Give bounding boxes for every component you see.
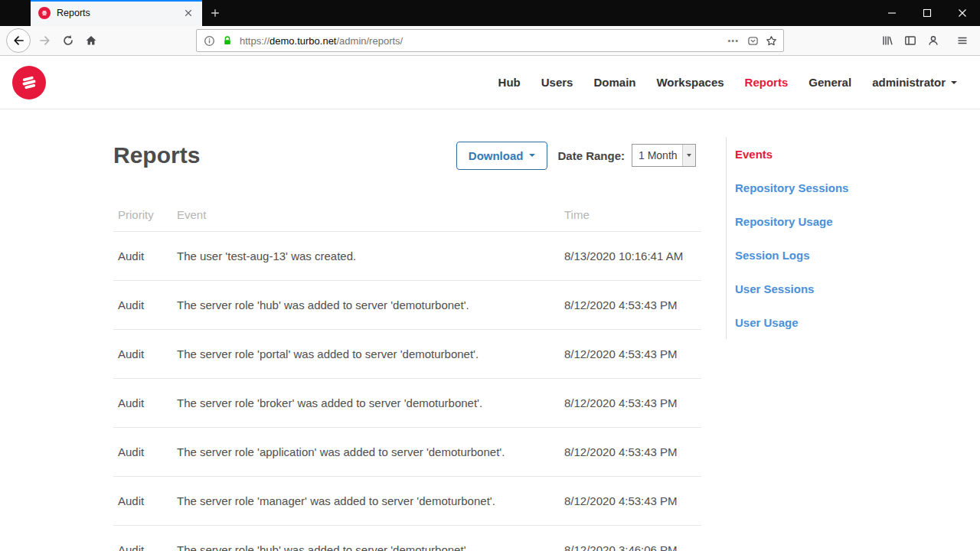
time-cell: 8/13/2020 10:16:41 AM bbox=[560, 249, 701, 262]
maximize-button[interactable] bbox=[910, 0, 945, 26]
page-actions-button[interactable]: ••• bbox=[723, 36, 743, 45]
time-cell: 8/12/2020 3:46:06 PM bbox=[560, 543, 701, 551]
sidebar-item-repository-usage[interactable]: Repository Usage bbox=[727, 204, 925, 238]
main-panel: Reports Download Date Range: 1 Month Pri… bbox=[113, 109, 701, 551]
reports-sidebar: Events Repository Sessions Repository Us… bbox=[726, 137, 925, 339]
library-icon bbox=[881, 34, 893, 47]
nav-item-users[interactable]: Users bbox=[541, 76, 573, 89]
event-cell: The server role 'application' was added … bbox=[172, 445, 560, 458]
table-row: Audit The user 'test-aug-13' was created… bbox=[113, 232, 701, 281]
event-cell: The server role 'hub' was added to serve… bbox=[172, 543, 560, 551]
url-bar[interactable]: https://demo.turbo.net/admin/reports/ ••… bbox=[196, 29, 784, 52]
arrow-right-icon bbox=[39, 34, 51, 47]
bookmark-star-button[interactable] bbox=[762, 31, 780, 50]
turbo-logo-icon bbox=[19, 73, 39, 93]
page-content: Reports Download Date Range: 1 Month Pri… bbox=[0, 109, 980, 551]
sidebar-icon bbox=[904, 34, 916, 47]
close-window-button[interactable] bbox=[945, 0, 980, 26]
content-header: Reports Download Date Range: 1 Month bbox=[113, 140, 701, 171]
priority-cell: Audit bbox=[113, 298, 172, 311]
priority-cell: Audit bbox=[113, 445, 172, 458]
column-header-priority: Priority bbox=[113, 208, 172, 221]
sidebar-item-user-usage[interactable]: User Usage bbox=[727, 305, 925, 339]
turbo-favicon-icon bbox=[38, 7, 51, 19]
url-host: demo.turbo.net bbox=[270, 35, 336, 47]
lock-icon bbox=[222, 35, 233, 46]
event-cell: The server role 'portal' was added to se… bbox=[172, 347, 560, 360]
nav-item-domain[interactable]: Domain bbox=[593, 76, 635, 89]
table-header-row: Priority Event Time bbox=[113, 198, 701, 232]
column-header-time: Time bbox=[560, 208, 701, 221]
window-controls bbox=[874, 0, 980, 26]
url-text: https://demo.turbo.net/admin/reports/ bbox=[240, 35, 403, 47]
event-cell: The server role 'hub' was added to serve… bbox=[172, 298, 560, 311]
minimize-button[interactable] bbox=[874, 0, 910, 26]
sidebar-item-repository-sessions[interactable]: Repository Sessions bbox=[727, 171, 925, 204]
arrow-left-icon bbox=[12, 34, 24, 47]
site-header: Hub Users Domain Workspaces Reports Gene… bbox=[0, 56, 980, 109]
pocket-button[interactable] bbox=[743, 31, 762, 50]
url-scheme: https:// bbox=[240, 35, 270, 47]
time-cell: 8/12/2020 4:53:43 PM bbox=[560, 347, 701, 360]
priority-cell: Audit bbox=[113, 494, 172, 507]
chevron-down-icon bbox=[951, 81, 957, 84]
sidebar-item-session-logs[interactable]: Session Logs bbox=[727, 238, 925, 272]
nav-item-reports[interactable]: Reports bbox=[745, 76, 789, 89]
turbo-logo[interactable] bbox=[12, 66, 46, 99]
chevron-down-icon bbox=[687, 154, 691, 157]
site-nav: Hub Users Domain Workspaces Reports Gene… bbox=[498, 76, 957, 89]
account-icon bbox=[927, 34, 939, 47]
home-icon bbox=[85, 34, 97, 47]
select-arrow bbox=[682, 145, 695, 166]
new-tab-button[interactable] bbox=[202, 0, 228, 26]
back-button[interactable] bbox=[6, 28, 31, 53]
toolbar-right-buttons bbox=[876, 29, 974, 52]
url-path: /admin/reports/ bbox=[336, 35, 403, 47]
account-dropdown[interactable]: administrator bbox=[872, 76, 957, 89]
event-cell: The user 'test-aug-13' was created. bbox=[172, 249, 560, 262]
page-info-button[interactable] bbox=[200, 31, 218, 50]
download-button-label: Download bbox=[469, 149, 524, 162]
events-table: Priority Event Time Audit The user 'test… bbox=[113, 198, 701, 551]
time-cell: 8/12/2020 4:53:43 PM bbox=[560, 445, 701, 458]
table-row: Audit The server role 'portal' was added… bbox=[113, 330, 701, 379]
table-row: Audit The server role 'broker' was added… bbox=[113, 379, 701, 428]
table-row: Audit The server role 'hub' was added to… bbox=[113, 281, 701, 330]
nav-item-general[interactable]: General bbox=[808, 76, 851, 89]
download-button[interactable]: Download bbox=[456, 142, 548, 170]
browser-tab-reports[interactable]: Reports bbox=[31, 0, 202, 26]
home-button[interactable] bbox=[80, 29, 103, 52]
info-icon bbox=[204, 35, 215, 47]
event-cell: The server role 'broker' was added to se… bbox=[172, 396, 560, 409]
nav-item-hub[interactable]: Hub bbox=[498, 76, 521, 89]
event-cell: The server role 'manager' was added to s… bbox=[172, 494, 560, 507]
reload-button[interactable] bbox=[57, 29, 80, 52]
browser-titlebar: Reports bbox=[0, 0, 980, 26]
priority-cell: Audit bbox=[113, 543, 172, 551]
account-label: administrator bbox=[872, 76, 946, 89]
date-range-value: 1 Month bbox=[632, 149, 682, 161]
nav-item-workspaces[interactable]: Workspaces bbox=[656, 76, 724, 89]
hamburger-icon bbox=[956, 34, 969, 47]
account-button[interactable] bbox=[922, 29, 945, 52]
browser-toolbar: https://demo.turbo.net/admin/reports/ ••… bbox=[0, 26, 980, 56]
table-row: Audit The server role 'application' was … bbox=[113, 428, 701, 477]
time-cell: 8/12/2020 4:53:43 PM bbox=[560, 298, 701, 311]
https-lock-button[interactable] bbox=[218, 31, 237, 50]
tab-close-button[interactable] bbox=[181, 5, 196, 21]
pocket-icon bbox=[747, 35, 759, 47]
date-range-select[interactable]: 1 Month bbox=[632, 144, 696, 167]
menu-button[interactable] bbox=[951, 29, 974, 52]
report-controls: Download Date Range: 1 Month bbox=[456, 142, 701, 170]
priority-cell: Audit bbox=[113, 249, 172, 262]
library-button[interactable] bbox=[876, 29, 899, 52]
time-cell: 8/12/2020 4:53:43 PM bbox=[560, 494, 701, 507]
tab-title: Reports bbox=[57, 8, 181, 18]
sidebar-item-user-sessions[interactable]: User Sessions bbox=[727, 272, 925, 305]
sidebar-toggle-button[interactable] bbox=[899, 29, 922, 52]
priority-cell: Audit bbox=[113, 347, 172, 360]
sidebar-item-events[interactable]: Events bbox=[727, 137, 925, 171]
table-row: Audit The server role 'manager' was adde… bbox=[113, 477, 701, 526]
forward-button[interactable] bbox=[34, 29, 57, 52]
date-range-label: Date Range: bbox=[557, 149, 625, 162]
